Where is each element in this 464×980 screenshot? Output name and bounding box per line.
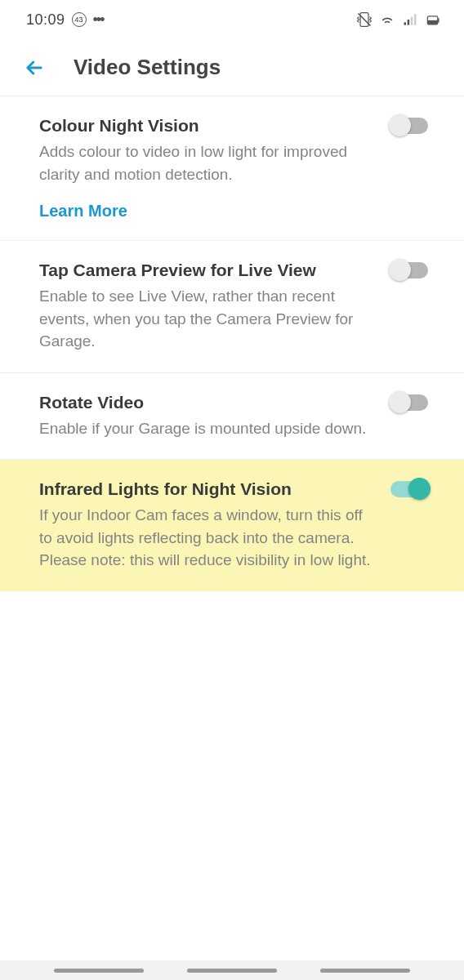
item-text: Rotate VideoEnable if your Garage is mou… xyxy=(39,393,371,440)
item-text: Infrared Lights for Night VisionIf your … xyxy=(39,479,371,572)
item-text: Colour Night VisionAdds colour to video … xyxy=(39,116,371,220)
item-description: Enable if your Garage is mounted upside … xyxy=(39,417,371,440)
item-title: Colour Night Vision xyxy=(39,116,371,136)
item-title: Tap Camera Preview for Live View xyxy=(39,261,371,280)
svg-rect-4 xyxy=(414,14,417,24)
back-nav-button[interactable] xyxy=(320,969,410,973)
svg-rect-7 xyxy=(438,18,439,22)
item-title: Rotate Video xyxy=(39,393,371,412)
item-description: If your Indoor Cam faces a window, turn … xyxy=(39,504,371,572)
header: Video Settings xyxy=(0,39,464,96)
back-button[interactable] xyxy=(15,48,54,87)
toggle-switch[interactable] xyxy=(390,394,428,411)
toggle-knob xyxy=(389,114,411,136)
settings-item: Rotate VideoEnable if your Garage is mou… xyxy=(0,373,464,461)
home-button[interactable] xyxy=(187,969,277,973)
signal-icon xyxy=(402,11,418,28)
settings-item: Colour Night VisionAdds colour to video … xyxy=(0,96,464,241)
svg-rect-6 xyxy=(427,20,438,24)
notification-count-badge: 43 xyxy=(72,12,87,27)
settings-item: Infrared Lights for Night VisionIf your … xyxy=(0,460,464,591)
toggle-switch[interactable] xyxy=(390,118,428,134)
status-time: 10:09 xyxy=(26,11,65,29)
status-bar: 10:09 43 ••• xyxy=(0,0,464,39)
toggle-knob xyxy=(389,259,411,281)
item-description: Enable to see Live View, rather than rec… xyxy=(39,285,371,353)
svg-rect-3 xyxy=(411,17,413,25)
vibrate-icon xyxy=(356,11,373,28)
settings-list: Colour Night VisionAdds colour to video … xyxy=(0,96,464,591)
item-description: Adds colour to video in low light for im… xyxy=(39,140,371,185)
recents-button[interactable] xyxy=(54,969,144,973)
toggle-switch[interactable] xyxy=(390,262,428,278)
settings-item: Tap Camera Preview for Live ViewEnable t… xyxy=(0,241,464,373)
battery-icon xyxy=(425,11,441,28)
toggle-knob xyxy=(389,391,411,413)
system-nav-bar xyxy=(0,960,464,980)
status-right xyxy=(356,11,441,28)
more-dots-icon: ••• xyxy=(93,11,104,29)
svg-rect-1 xyxy=(404,22,407,24)
status-left: 10:09 43 ••• xyxy=(26,11,103,29)
learn-more-link[interactable]: Learn More xyxy=(39,202,127,220)
item-title: Infrared Lights for Night Vision xyxy=(39,479,371,499)
back-arrow-icon xyxy=(23,56,46,79)
wifi-icon xyxy=(379,11,395,28)
page-title: Video Settings xyxy=(74,55,221,80)
item-text: Tap Camera Preview for Live ViewEnable t… xyxy=(39,261,371,353)
svg-rect-2 xyxy=(408,20,410,25)
toggle-switch[interactable] xyxy=(390,481,428,497)
toggle-knob xyxy=(408,478,431,500)
